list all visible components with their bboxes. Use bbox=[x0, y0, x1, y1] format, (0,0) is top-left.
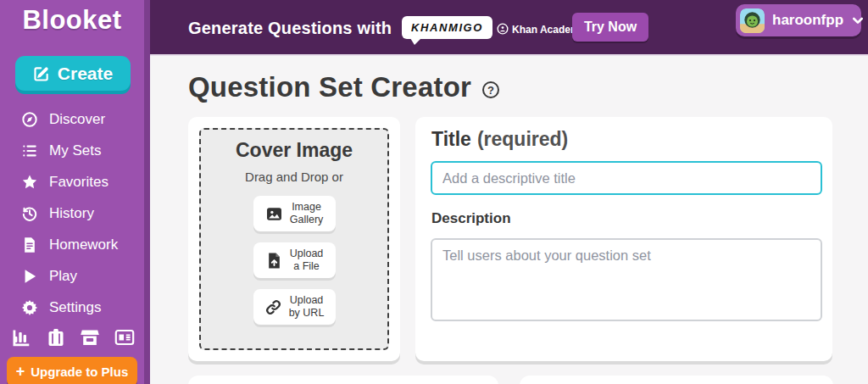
sidebar-item-label: My Sets bbox=[49, 142, 101, 159]
sidebar-item-label: Settings bbox=[49, 299, 101, 316]
sidebar-item-label: Homework bbox=[49, 237, 118, 253]
title-label: Title(required) bbox=[431, 128, 568, 151]
button-label-line2: a File bbox=[290, 260, 324, 273]
title-label-text: Title bbox=[431, 128, 471, 150]
page-title: Question Set Creator bbox=[188, 71, 471, 103]
user-menu[interactable]: haroonfpp bbox=[736, 4, 861, 36]
create-button-label: Create bbox=[58, 64, 113, 84]
button-label-line2: Gallery bbox=[290, 214, 324, 226]
file-upload-icon bbox=[265, 252, 283, 270]
plus-icon: + bbox=[16, 363, 25, 381]
link-icon bbox=[264, 298, 282, 316]
sidebar-footer-icons bbox=[11, 327, 135, 346]
gear-icon bbox=[21, 299, 38, 316]
sidebar-item-settings[interactable]: Settings bbox=[21, 292, 144, 323]
username-label: haroonfpp bbox=[772, 12, 843, 29]
title-description-card: Title(required) Description bbox=[415, 117, 832, 361]
sidebar-item-label: History bbox=[49, 205, 94, 222]
cover-image-buttons: Image Gallery Upload a File Upload by bbox=[201, 196, 387, 325]
sidebar-item-favorites[interactable]: Favorites bbox=[21, 166, 144, 198]
history-icon bbox=[21, 205, 38, 222]
blooket-logo[interactable]: Blooket bbox=[0, 5, 144, 36]
compass-icon bbox=[21, 111, 38, 128]
sidebar-item-discover[interactable]: Discover bbox=[21, 103, 144, 135]
sidebar-item-label: Play bbox=[49, 268, 77, 285]
button-label-line1: Upload bbox=[290, 248, 324, 260]
sidebar-item-label: Discover bbox=[49, 111, 105, 128]
cover-image-subtitle: Drag and Drop or bbox=[201, 170, 387, 184]
cover-image-card: Cover Image Drag and Drop or Image Galle… bbox=[188, 117, 400, 361]
khan-academy-logo-icon bbox=[497, 23, 509, 35]
sidebar: Blooket Create Discover My Sets Favorite… bbox=[0, 0, 150, 384]
button-label-line1: Image bbox=[290, 201, 324, 214]
upgrade-to-plus-button[interactable]: + Upgrade to Plus bbox=[7, 357, 137, 384]
briefcase-icon[interactable] bbox=[46, 327, 66, 346]
bottom-left-card bbox=[188, 376, 498, 384]
sidebar-nav: Discover My Sets Favorites History Homew… bbox=[21, 103, 144, 323]
sidebar-item-my-sets[interactable]: My Sets bbox=[21, 135, 144, 166]
sidebar-item-label: Favorites bbox=[49, 174, 108, 191]
chevron-down-icon bbox=[851, 14, 865, 27]
image-gallery-button[interactable]: Image Gallery bbox=[253, 196, 336, 231]
by-label: by bbox=[483, 26, 492, 36]
cover-image-dropzone[interactable]: Cover Image Drag and Drop or Image Galle… bbox=[199, 128, 389, 350]
blooket-question-set-creator-page: Generate Questions with KHANMIGO by Khan… bbox=[0, 0, 868, 384]
market-icon[interactable] bbox=[80, 327, 100, 346]
title-input[interactable] bbox=[431, 161, 822, 195]
button-label-line2: by URL bbox=[289, 307, 325, 320]
sidebar-item-history[interactable]: History bbox=[21, 198, 144, 229]
help-icon[interactable]: ? bbox=[482, 81, 499, 98]
khanmigo-logo: KHANMIGO bbox=[402, 16, 492, 39]
news-icon[interactable] bbox=[114, 327, 135, 346]
title-required-label: (required) bbox=[477, 128, 568, 150]
star-icon bbox=[21, 174, 38, 191]
upgrade-button-label: Upgrade to Plus bbox=[31, 365, 128, 379]
page-title-row: Question Set Creator ? bbox=[188, 71, 499, 103]
play-icon bbox=[21, 268, 38, 285]
list-icon bbox=[21, 142, 38, 159]
bottom-right-card bbox=[520, 376, 833, 384]
upload-url-button[interactable]: Upload by URL bbox=[253, 289, 336, 325]
image-icon bbox=[265, 205, 283, 223]
description-label: Description bbox=[431, 210, 511, 227]
user-avatar bbox=[740, 8, 765, 33]
upload-file-button[interactable]: Upload a File bbox=[253, 242, 336, 278]
edit-pencil-icon bbox=[33, 65, 50, 82]
khanmigo-promo-banner: Generate Questions with KHANMIGO by Khan… bbox=[150, 0, 868, 56]
try-now-button[interactable]: Try Now bbox=[572, 13, 648, 42]
banner-headline: Generate Questions with bbox=[188, 19, 392, 38]
create-button[interactable]: Create bbox=[15, 56, 131, 91]
sidebar-item-homework[interactable]: Homework bbox=[21, 229, 144, 260]
sidebar-item-play[interactable]: Play bbox=[21, 260, 144, 292]
stats-icon[interactable] bbox=[11, 327, 31, 346]
button-label-line1: Upload bbox=[289, 294, 325, 307]
document-icon bbox=[21, 237, 38, 253]
description-textarea[interactable] bbox=[431, 238, 822, 321]
cover-image-title: Cover Image bbox=[201, 139, 387, 162]
